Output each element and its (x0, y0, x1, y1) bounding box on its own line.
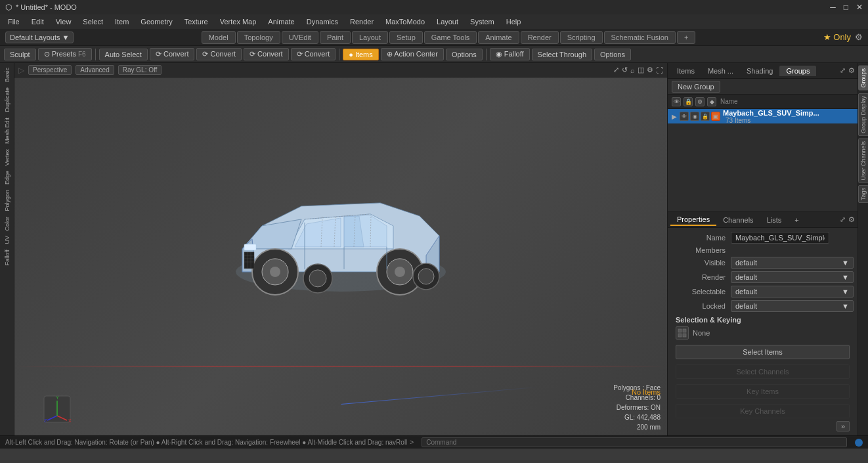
menu-select[interactable]: Select (77, 16, 108, 27)
gl-eye-icon[interactable]: 👁 (672, 97, 681, 106)
prop-settings-icon[interactable]: ⚙ (848, 215, 855, 224)
tab-shading[interactable]: Shading (740, 66, 779, 76)
presets-btn[interactable]: ⊙ Presets F6 (38, 48, 92, 60)
sculpt-btn[interactable]: Sculpt (4, 49, 36, 60)
sidebar-item-polygon[interactable]: Polygon (3, 188, 12, 213)
sidebar-item-edge[interactable]: Edge (3, 169, 12, 187)
viewport-toggle-icon[interactable]: ▷ (18, 66, 24, 75)
menu-system[interactable]: System (465, 16, 500, 27)
menu-texture[interactable]: Texture (179, 16, 213, 27)
star-only-btn[interactable]: ★ Only (823, 32, 851, 42)
prop-tab-properties[interactable]: Properties (670, 214, 716, 226)
gl-lock-icon[interactable]: 🔒 (684, 97, 693, 106)
ray-off-btn[interactable]: Ray GL: Off (118, 65, 162, 75)
menu-vertexmap[interactable]: Vertex Map (215, 16, 262, 27)
sidebar-item-vertex[interactable]: Vertex (3, 147, 12, 168)
menu-render[interactable]: Render (345, 16, 379, 27)
auto-select-btn[interactable]: Auto Select (99, 49, 148, 60)
gl-color-icon[interactable]: ◆ (707, 97, 716, 106)
panel-settings-icon[interactable]: ⚙ (848, 66, 855, 75)
gi-color-icon[interactable]: ▣ (711, 112, 720, 121)
perspective-btn[interactable]: Perspective (28, 65, 72, 75)
tab-render[interactable]: Render (521, 31, 559, 44)
locked-dropdown[interactable]: default ▼ (731, 300, 854, 312)
tab-schematic[interactable]: Schematic Fusion (604, 31, 676, 44)
menu-layout[interactable]: Layout (431, 16, 464, 27)
close-btn[interactable]: ✕ (856, 3, 863, 12)
key-items-btn[interactable]: Key Items (676, 384, 850, 399)
select-through-btn[interactable]: Select Through (532, 49, 592, 60)
tab-mesh[interactable]: Mesh ... (701, 66, 740, 76)
rs-group-display-tab[interactable]: Group Display (858, 93, 869, 136)
vp-zoom-icon[interactable]: ⌕ (630, 66, 635, 74)
tab-groups[interactable]: Groups (779, 66, 816, 76)
convert-btn-2[interactable]: ⟳ Convert (196, 48, 242, 60)
selectable-dropdown[interactable]: default ▼ (731, 286, 854, 298)
new-group-btn[interactable]: New Group (672, 81, 720, 93)
vp-expand-icon[interactable]: ⛶ (656, 66, 663, 74)
menu-geometry[interactable]: Geometry (135, 16, 177, 27)
gi-render-icon[interactable]: ◉ (690, 112, 699, 121)
double-arrow-btn[interactable]: » (836, 421, 850, 431)
sidebar-item-duplicate[interactable]: Duplicate (3, 85, 12, 114)
convert-btn-1[interactable]: ⟳ Convert (150, 48, 195, 60)
tab-setup[interactable]: Setup (389, 31, 423, 44)
visible-dropdown[interactable]: default ▼ (731, 257, 854, 269)
tab-items[interactable]: Items (670, 66, 701, 76)
options-btn-2[interactable]: Options (594, 49, 631, 60)
prop-tab-lists[interactable]: Lists (760, 215, 789, 225)
tab-uvedit[interactable]: UVEdit (282, 31, 318, 44)
tab-paint[interactable]: Paint (320, 31, 351, 44)
vp-settings-icon[interactable]: ⚙ (647, 66, 653, 74)
items-btn[interactable]: ● Items (343, 49, 379, 60)
tab-model[interactable]: Model (202, 31, 236, 44)
maximize-btn[interactable]: □ (844, 3, 848, 12)
sidebar-item-color[interactable]: Color (3, 215, 12, 233)
settings-gear-icon[interactable]: ⚙ (855, 32, 863, 42)
options-btn-1[interactable]: Options (446, 49, 483, 60)
none-icon[interactable] (676, 326, 689, 340)
viewport[interactable]: No Items Polygons : Face Channels: 0 Def… (14, 77, 667, 435)
menu-file[interactable]: File (3, 16, 25, 27)
gi-lock-icon[interactable]: 🔒 (701, 112, 710, 121)
group-expand-icon[interactable]: ▶ (672, 113, 677, 120)
menu-animate[interactable]: Animate (263, 16, 299, 27)
menu-maxtomodo[interactable]: MaxToModo (380, 16, 430, 27)
tab-gametools[interactable]: Game Tools (424, 31, 477, 44)
prop-tab-add[interactable]: + (788, 215, 805, 225)
layout-dropdown[interactable]: Default Layouts ▼ (5, 32, 74, 43)
menu-edit[interactable]: Edit (26, 16, 49, 27)
vp-reset-icon[interactable]: ↺ (622, 66, 628, 74)
tab-scripting[interactable]: Scripting (560, 31, 603, 44)
minimize-btn[interactable]: ─ (830, 3, 836, 12)
gl-settings-icon[interactable]: ⚙ (695, 97, 705, 106)
name-input[interactable] (731, 232, 829, 244)
tab-layout[interactable]: Layout (352, 31, 388, 44)
titlebar-controls[interactable]: ─ □ ✕ (830, 3, 863, 12)
convert-btn-3[interactable]: ⟳ Convert (244, 48, 289, 60)
menu-dynamics[interactable]: Dynamics (301, 16, 343, 27)
sidebar-item-basic[interactable]: Basic (3, 66, 12, 84)
rs-groups-tab[interactable]: Groups (858, 66, 869, 91)
sidebar-item-mesh-edit[interactable]: Mesh Edit (3, 116, 12, 146)
tab-animate[interactable]: Animate (478, 31, 519, 44)
menu-item[interactable]: Item (110, 16, 134, 27)
vp-fit-icon[interactable]: ◫ (638, 66, 644, 74)
select-items-btn[interactable]: Select Items (676, 345, 850, 359)
vp-frame-icon[interactable]: ⤢ (613, 66, 619, 74)
select-channels-btn[interactable]: Select Channels (676, 364, 850, 379)
prop-tab-channels[interactable]: Channels (716, 215, 760, 225)
gi-eye-icon[interactable]: 👁 (680, 112, 689, 121)
command-input[interactable] (422, 437, 847, 447)
menu-view[interactable]: View (51, 16, 77, 27)
advanced-btn[interactable]: Advanced (76, 65, 114, 75)
panel-expand-icon[interactable]: ⤢ (840, 66, 846, 75)
sidebar-item-uv[interactable]: UV (3, 234, 12, 246)
action-center-btn[interactable]: ⊕ Action Center (381, 48, 444, 60)
menu-help[interactable]: Help (501, 16, 527, 27)
viewport-canvas[interactable]: No Items Polygons : Face Channels: 0 Def… (14, 77, 667, 435)
render-dropdown[interactable]: default ▼ (731, 271, 854, 283)
rs-tags-tab[interactable]: Tags (858, 185, 869, 203)
sidebar-item-falloff-side[interactable]: Falloff (3, 248, 12, 267)
rs-user-channels-tab[interactable]: User Channels (858, 139, 869, 183)
